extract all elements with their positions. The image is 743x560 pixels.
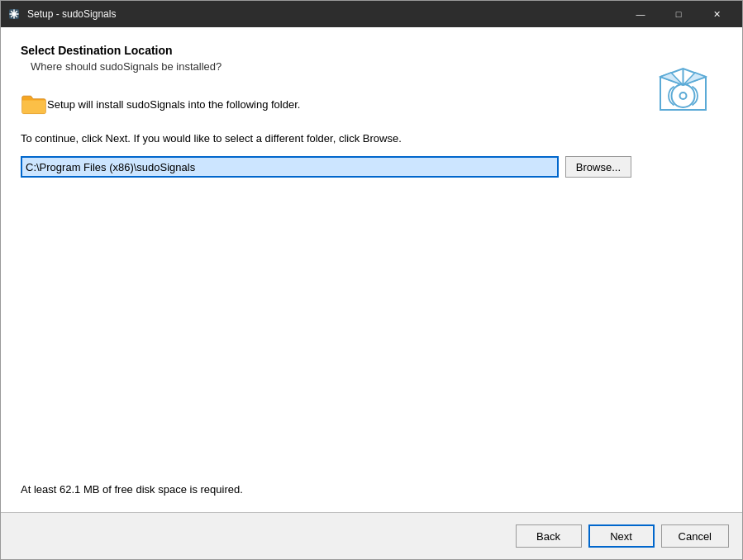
- install-info-text: Setup will install sudoSignals into the …: [47, 98, 300, 111]
- cancel-button[interactable]: Cancel: [661, 524, 729, 548]
- maximize-button[interactable]: □: [660, 1, 698, 27]
- back-button[interactable]: Back: [516, 524, 582, 548]
- svg-point-1: [12, 12, 16, 16]
- next-button[interactable]: Next: [588, 524, 655, 548]
- path-row: Browse...: [21, 156, 631, 178]
- install-path-input[interactable]: [21, 156, 559, 178]
- folder-icon: [21, 93, 47, 116]
- install-info-row: Setup will install sudoSignals into the …: [21, 93, 631, 116]
- close-button[interactable]: ✕: [698, 1, 736, 27]
- minimize-button[interactable]: —: [622, 1, 660, 27]
- right-section: [631, 44, 722, 496]
- disk-space-text: At least 62.1 MB of free disk space is r…: [21, 475, 631, 496]
- bottom-bar: Back Next Cancel: [1, 513, 742, 559]
- title-bar: Setup - sudoSignals — □ ✕: [1, 1, 742, 27]
- package-icon: [644, 48, 722, 126]
- app-icon: [7, 7, 21, 21]
- left-section: Select Destination Location Where should…: [21, 44, 631, 496]
- window-controls: — □ ✕: [622, 1, 736, 27]
- window-title: Setup - sudoSignals: [27, 8, 622, 20]
- browse-button[interactable]: Browse...: [565, 156, 631, 178]
- setup-window: Setup - sudoSignals — □ ✕ Select Destina…: [0, 0, 743, 560]
- page-subtitle: Where should sudoSignals be installed?: [21, 60, 631, 73]
- main-content: Select Destination Location Where should…: [1, 27, 742, 512]
- continue-text: To continue, click Next. If you would li…: [21, 132, 631, 145]
- page-title: Select Destination Location: [21, 44, 631, 57]
